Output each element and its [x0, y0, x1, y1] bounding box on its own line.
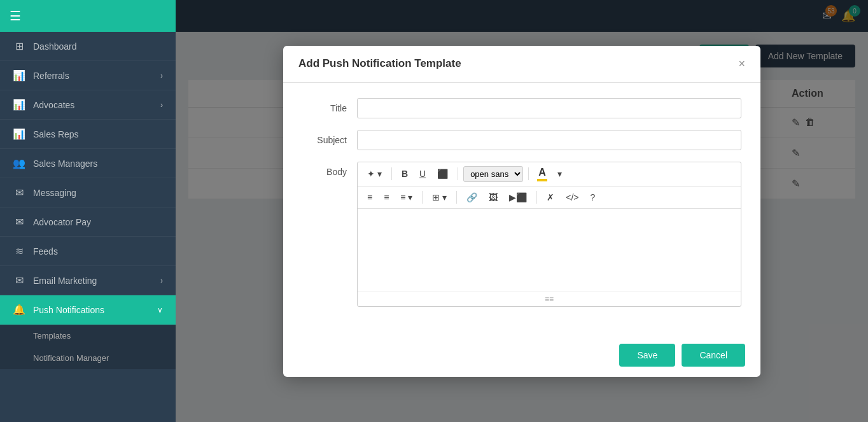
body-label: Body [302, 162, 347, 177]
separator [422, 191, 423, 204]
sidebar-item-label: Push Notifications [33, 305, 104, 315]
eraser-toolbar-btn[interactable]: ⬛ [433, 166, 452, 181]
sidebar-item-label: Email Marketing [33, 276, 97, 286]
chevron-icon: › [160, 101, 163, 109]
sidebar-subitem-templates[interactable]: Templates [0, 325, 176, 347]
separator [458, 167, 458, 180]
sidebar-item-label: Sales Reps [33, 129, 79, 139]
chevron-icon: › [160, 71, 163, 80]
code-btn[interactable]: </> [561, 190, 583, 205]
magic-toolbar-btn[interactable]: ✦ ▾ [363, 166, 386, 181]
font-color-letter: A [538, 167, 546, 178]
sidebar-item-dashboard[interactable]: ⊞ Dashboard [0, 32, 176, 61]
sidebar-item-label: Sales Managers [33, 158, 97, 169]
modal-close-button[interactable]: × [738, 57, 745, 71]
title-form-group: Title [302, 98, 741, 118]
link-btn[interactable]: 🔗 [462, 190, 482, 205]
hamburger-icon[interactable]: ☰ [10, 8, 21, 24]
push-notifications-icon: 🔔 [13, 304, 25, 316]
unordered-list-btn[interactable]: ≡ [379, 190, 393, 205]
font-family-select[interactable]: open sans [463, 166, 523, 182]
sidebar: ☰ ⊞ Dashboard 📊 Referrals › 📊 Advocates … [0, 0, 176, 422]
sidebar-item-email-marketing[interactable]: ✉ Email Marketing › [0, 266, 176, 295]
separator [536, 191, 537, 204]
modal-body: Title Subject Body ✦ ▾ B [283, 83, 760, 334]
body-form-group: Body ✦ ▾ B U ⬛ open sans [302, 162, 741, 307]
body-editor-area[interactable] [358, 209, 741, 292]
sidebar-item-push-notifications[interactable]: 🔔 Push Notifications ∨ [0, 295, 176, 325]
cancel-button[interactable]: Cancel [682, 344, 745, 367]
sales-managers-icon: 👥 [13, 157, 25, 169]
separator [391, 167, 392, 180]
body-editor-container: ✦ ▾ B U ⬛ open sans A [357, 162, 741, 307]
sidebar-subitem-notification-manager[interactable]: Notification Manager [0, 347, 176, 369]
sidebar-item-label: Advocator Pay [33, 217, 91, 227]
sidebar-item-label: Feeds [33, 246, 58, 257]
advocates-icon: 📊 [13, 99, 25, 111]
feeds-icon: ≋ [13, 245, 25, 257]
sidebar-item-sales-managers[interactable]: 👥 Sales Managers [0, 149, 176, 178]
font-color-bar [537, 179, 547, 181]
sidebar-item-feeds[interactable]: ≋ Feeds [0, 237, 176, 266]
editor-resize-handle[interactable]: ≡≡ [358, 292, 741, 306]
sidebar-item-referrals[interactable]: 📊 Referrals › [0, 61, 176, 90]
subject-input[interactable] [357, 130, 741, 150]
modal-header: Add Push Notification Template × [283, 46, 760, 83]
dashboard-icon: ⊞ [13, 40, 25, 52]
font-color-dropdown-btn[interactable]: ▾ [553, 166, 566, 181]
sidebar-item-label: Dashboard [33, 41, 77, 52]
chevron-down-icon: ∨ [157, 306, 163, 314]
help-btn[interactable]: ? [586, 190, 600, 205]
title-label: Title [302, 98, 347, 113]
sidebar-item-label: Messaging [33, 188, 76, 198]
modal-overlay: Add Push Notification Template × Title S… [176, 0, 868, 422]
ordered-list-btn[interactable]: ≡ [363, 190, 377, 205]
email-marketing-icon: ✉ [13, 274, 25, 286]
add-template-modal: Add Push Notification Template × Title S… [283, 46, 760, 377]
video-btn[interactable]: ▶⬛ [505, 190, 531, 205]
clear-format-btn[interactable]: ✗ [542, 190, 559, 205]
sidebar-item-advocator-pay[interactable]: ✉ Advocator Pay [0, 207, 176, 237]
save-button[interactable]: Save [619, 344, 675, 367]
sales-reps-icon: 📊 [13, 128, 25, 140]
sidebar-header: ☰ [0, 0, 176, 32]
subject-form-group: Subject [302, 130, 741, 150]
sidebar-item-label: Advocates [33, 100, 74, 110]
separator [528, 167, 529, 180]
advocator-pay-icon: ✉ [13, 216, 25, 228]
underline-toolbar-btn[interactable]: U [415, 166, 430, 181]
align-btn[interactable]: ≡ ▾ [396, 190, 417, 205]
title-input[interactable] [357, 98, 741, 118]
subject-label: Subject [302, 130, 347, 145]
chevron-icon: › [160, 276, 163, 285]
sidebar-item-messaging[interactable]: ✉ Messaging [0, 178, 176, 207]
table-btn[interactable]: ⊞ ▾ [428, 190, 451, 205]
messaging-icon: ✉ [13, 186, 25, 199]
font-color-btn[interactable]: A [534, 165, 550, 183]
editor-toolbar-row2: ≡ ≡ ≡ ▾ ⊞ ▾ 🔗 🖼 ▶⬛ ✗ </> ? [358, 186, 741, 209]
modal-footer: Save Cancel [283, 334, 760, 377]
referrals-icon: 📊 [13, 69, 25, 81]
modal-title: Add Push Notification Template [298, 57, 461, 70]
sidebar-item-label: Referrals [33, 71, 69, 81]
sidebar-item-sales-reps[interactable]: 📊 Sales Reps [0, 120, 176, 149]
separator [456, 191, 457, 204]
main-content: ✉ 53 🔔 0 Active Add New Template Status … [176, 0, 868, 422]
sidebar-item-advocates[interactable]: 📊 Advocates › [0, 90, 176, 120]
image-btn[interactable]: 🖼 [484, 190, 502, 205]
bold-toolbar-btn[interactable]: B [397, 166, 412, 181]
editor-toolbar-row1: ✦ ▾ B U ⬛ open sans A [358, 162, 741, 186]
